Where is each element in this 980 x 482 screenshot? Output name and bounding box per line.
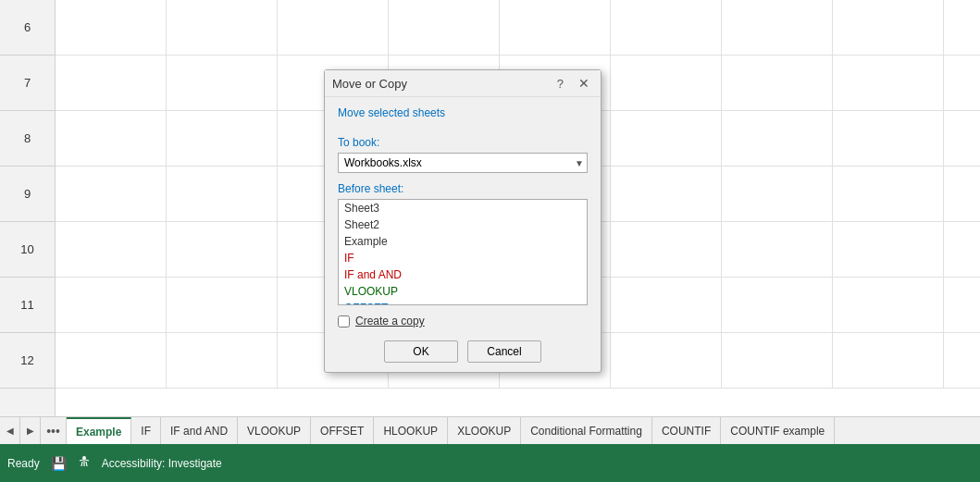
move-selected-label: Move selected sheets — [338, 106, 588, 119]
sheet-list-item[interactable]: Example — [339, 233, 587, 250]
grid-cell[interactable] — [56, 111, 167, 166]
grid-cell[interactable] — [722, 111, 833, 166]
grid-cell[interactable] — [611, 167, 722, 221]
grid-cell[interactable] — [56, 333, 167, 388]
grid-cell[interactable] — [167, 222, 278, 277]
grid-cell[interactable] — [611, 0, 722, 55]
grid-cell[interactable] — [833, 111, 944, 166]
grid-cell[interactable] — [167, 167, 278, 221]
before-sheet-label: Before sheet: — [338, 182, 588, 195]
to-book-select[interactable]: Workbooks.xlsx — [338, 153, 588, 173]
grid-cell[interactable] — [167, 333, 278, 388]
sheet-tab-countif-example[interactable]: COUNTIF example — [721, 417, 835, 444]
grid-cell[interactable] — [167, 0, 278, 55]
create-copy-checkbox[interactable] — [338, 315, 350, 328]
grid-cell[interactable] — [56, 0, 167, 55]
before-sheet-list[interactable]: Sheet3Sheet2ExampleIFIF and ANDVLOOKUPOF… — [338, 199, 588, 305]
sheet-tab-if[interactable]: IF — [131, 417, 161, 444]
sheet-list-item[interactable]: IF — [339, 250, 587, 266]
grid-cell[interactable] — [56, 222, 167, 277]
grid-cell[interactable] — [167, 111, 278, 166]
grid-cell[interactable] — [56, 278, 167, 332]
row-num-12: 12 — [0, 333, 55, 389]
grid-cell[interactable] — [833, 167, 944, 221]
grid-cell[interactable] — [611, 222, 722, 277]
cancel-button[interactable]: Cancel — [467, 340, 541, 363]
dialog-close-button[interactable]: ✕ — [575, 76, 593, 91]
sheet-tab-countif[interactable]: COUNTIF — [652, 417, 721, 444]
sheet-list-item[interactable]: VLOOKUP — [339, 283, 587, 300]
row-num-11: 11 — [0, 278, 55, 333]
grid-cell[interactable] — [833, 278, 944, 332]
grid-cell[interactable] — [611, 56, 722, 110]
tab-ellipsis[interactable]: ••• — [41, 417, 67, 444]
sheet-tab-example[interactable]: Example — [67, 417, 131, 444]
sheet-list-item[interactable]: Sheet3 — [339, 200, 587, 216]
grid-cell[interactable] — [167, 278, 278, 332]
sheet-tab-vlookup[interactable]: VLOOKUP — [238, 417, 311, 444]
ready-status: Ready — [7, 457, 40, 470]
create-copy-label[interactable]: Create a copy — [355, 315, 425, 328]
dialog-title-actions: ? ✕ — [553, 76, 593, 91]
dialog-buttons: OK Cancel — [338, 340, 588, 363]
sheet-tab-if-and-and[interactable]: IF and AND — [161, 417, 238, 444]
save-icon[interactable]: 💾 — [51, 456, 67, 471]
grid-cell[interactable] — [389, 0, 500, 55]
dialog-help-button[interactable]: ? — [553, 77, 567, 91]
grid-cell[interactable] — [722, 222, 833, 277]
grid-cell[interactable] — [167, 56, 278, 110]
row-num-7: 7 — [0, 56, 55, 111]
create-copy-row: Create a copy — [338, 315, 588, 328]
grid-cell[interactable] — [56, 167, 167, 221]
grid-cell[interactable] — [722, 0, 833, 55]
tab-nav-right[interactable]: ▶ — [20, 417, 41, 444]
grid-cell[interactable] — [611, 111, 722, 166]
status-bar: Ready 💾 Accessibility: Investigate — [0, 444, 980, 482]
sheet-tab-conditional-formatting[interactable]: Conditional Formatting — [521, 417, 652, 444]
sheet-tab-offset[interactable]: OFFSET — [311, 417, 374, 444]
grid-cell[interactable] — [500, 0, 611, 55]
grid-cell[interactable] — [278, 0, 389, 55]
sheet-list-item[interactable]: OFFSET — [339, 300, 587, 305]
grid-cell[interactable] — [833, 222, 944, 277]
grid-row — [56, 0, 980, 56]
to-book-select-wrapper: Workbooks.xlsx ▼ — [338, 153, 588, 173]
row-num-6: 6 — [0, 0, 55, 56]
grid-cell[interactable] — [611, 278, 722, 332]
row-num-10: 10 — [0, 222, 55, 278]
row-numbers: 6 7 8 9 10 11 12 — [0, 0, 56, 444]
row-num-8: 8 — [0, 111, 55, 167]
grid-cell[interactable] — [722, 167, 833, 221]
move-copy-dialog: Move or Copy ? ✕ Move selected sheets To… — [324, 69, 602, 373]
dialog-title: Move or Copy — [332, 77, 407, 91]
grid-cell[interactable] — [833, 0, 944, 55]
sheet-list-item[interactable]: IF and AND — [339, 266, 587, 283]
ok-button[interactable]: OK — [384, 340, 458, 363]
to-book-label: To book: — [338, 136, 588, 149]
grid-cell[interactable] — [722, 56, 833, 110]
grid-cell[interactable] — [722, 278, 833, 332]
grid-cell[interactable] — [722, 333, 833, 388]
sheet-list-item[interactable]: Sheet2 — [339, 216, 587, 233]
sheet-tab-xlookup[interactable]: XLOOKUP — [448, 417, 521, 444]
grid-cell[interactable] — [833, 56, 944, 110]
row-num-9: 9 — [0, 167, 55, 222]
sheet-tabs-container: ExampleIFIF and ANDVLOOKUPOFFSETHLOOKUPX… — [67, 417, 835, 444]
accessibility-icon[interactable] — [78, 455, 91, 471]
tabs-bar: ◀ ▶ ••• ExampleIFIF and ANDVLOOKUPOFFSET… — [0, 416, 980, 444]
dialog-titlebar: Move or Copy ? ✕ — [325, 70, 601, 97]
grid-cell[interactable] — [833, 333, 944, 388]
accessibility-label: Accessibility: Investigate — [102, 457, 222, 470]
tab-nav-left[interactable]: ◀ — [0, 417, 20, 444]
svg-point-0 — [82, 456, 86, 460]
grid-cell[interactable] — [56, 56, 167, 110]
dialog-body: Move selected sheets To book: Workbooks.… — [325, 97, 601, 372]
grid-cell[interactable] — [611, 333, 722, 388]
sheet-tab-hlookup[interactable]: HLOOKUP — [374, 417, 448, 444]
